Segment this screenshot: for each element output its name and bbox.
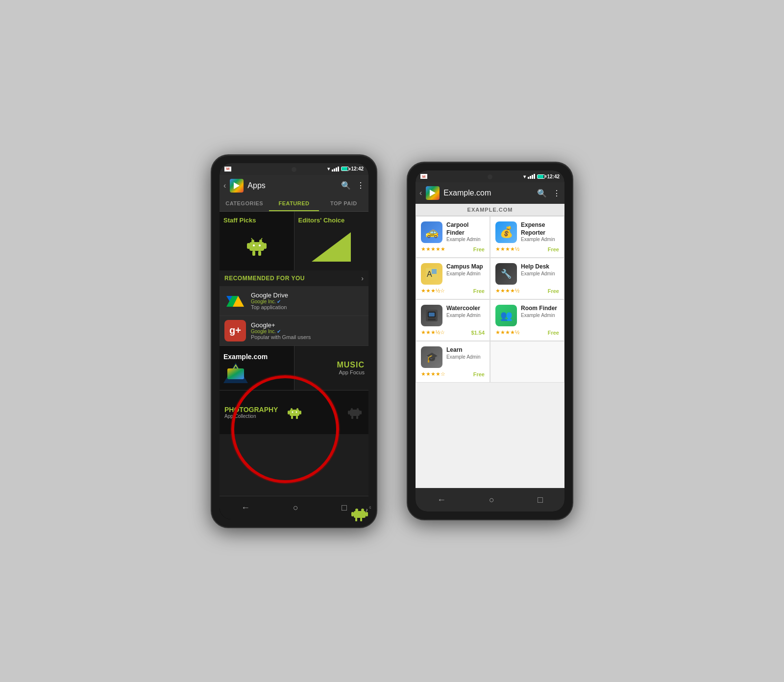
expense-reporter-item[interactable]: 💰 Expense Reporter Example Admin ★★★★½ F… — [490, 216, 564, 258]
learn-dev: Example Admin — [446, 354, 480, 360]
signal-bars-right — [528, 174, 535, 179]
svg-rect-49 — [432, 269, 437, 274]
recents-nav-right[interactable]: □ — [538, 495, 543, 505]
learn-item[interactable]: 🎓 Learn Example Admin ★★★★☆ Free — [416, 341, 490, 383]
wifi-icon: ▾ — [327, 166, 330, 171]
svg-rect-35 — [291, 416, 293, 419]
learn-price: Free — [473, 371, 485, 377]
google-plus-item[interactable]: g+ Google+ Google Inc. ✔ Popular with Gm… — [220, 316, 368, 346]
nav-bar-left: ← ○ □ — [220, 496, 368, 519]
watercooler-icon — [421, 305, 442, 326]
app-grid: 🚕 Carpool Finder Example Admin ★★★★★ Fre… — [416, 216, 564, 383]
learn-stars: ★★★★☆ — [421, 371, 445, 377]
carpool-price: Free — [473, 246, 485, 252]
back-icon-right[interactable]: ‹ — [419, 189, 422, 197]
staff-picks-banner[interactable]: Staff Picks — [220, 212, 294, 270]
room-finder-item[interactable]: 👥 Room Finder Example Admin ★★★★½ Free — [490, 299, 564, 341]
music-tile[interactable]: MUSIC App Focus ♪ ♫ — [294, 346, 369, 390]
expense-stars: ★★★★½ — [495, 246, 519, 252]
gmail-icon: M — [224, 167, 231, 171]
help-desk-item[interactable]: 🔧 Help Desk Example Admin ★★★★½ Free — [490, 258, 564, 299]
right-phone: M ▾ 12:42 ‹ Example.c — [407, 162, 573, 520]
svg-rect-42 — [348, 411, 350, 414]
svg-rect-20 — [227, 368, 244, 379]
empty-grid-cell — [490, 341, 564, 383]
gmail-icon-right: M — [420, 174, 427, 179]
svg-rect-43 — [360, 411, 362, 414]
watercooler-item[interactable]: Watercooler Example Admin ★★★½☆ $1.54 — [416, 299, 490, 341]
example-screen: EXAMPLE.COM 🚕 Carpool Finder Example Adm… — [416, 204, 564, 488]
learn-icon: 🎓 — [421, 346, 442, 368]
recents-nav-left[interactable]: □ — [342, 503, 347, 513]
verified-badge-gplus: ✔ — [277, 329, 281, 334]
tab-featured[interactable]: FEATURED — [269, 196, 318, 211]
room-finder-icon: 👥 — [495, 305, 517, 326]
google-plus-subtitle: Popular with Gmail users — [251, 334, 364, 340]
svg-marker-46 — [430, 190, 436, 196]
recommended-chevron[interactable]: › — [361, 274, 364, 282]
google-plus-info: Google+ Google Inc. ✔ Popular with Gmail… — [251, 321, 364, 340]
play-store-icon-left — [230, 179, 244, 193]
menu-icon-right[interactable]: ⋮ — [553, 189, 561, 198]
google-drive-dev: Google Inc. — [251, 299, 276, 304]
camera — [292, 167, 296, 172]
campus-stars: ★★★½☆ — [421, 288, 445, 294]
helpdesk-stars: ★★★★½ — [495, 288, 519, 294]
example-com-tile[interactable]: Example.com — [220, 346, 294, 390]
tab-top-paid[interactable]: TOP PAID — [319, 196, 368, 211]
staff-picks-title: Staff Picks — [223, 217, 256, 224]
editors-choice-title: Editors' Choice — [298, 217, 345, 224]
expense-reporter-dev: Example Admin — [521, 237, 559, 242]
campus-map-icon: A — [421, 263, 442, 285]
svg-rect-3 — [249, 242, 264, 251]
google-plus-name: Google+ — [251, 321, 364, 329]
learn-name: Learn — [446, 346, 480, 354]
svg-point-37 — [292, 412, 294, 413]
app-title-left: Apps — [247, 181, 337, 190]
photography-tile[interactable]: PHOTOGRAPHY App Collection — [220, 390, 368, 434]
search-icon-right[interactable]: 🔍 — [537, 189, 547, 198]
google-drive-info: Google Drive Google Inc. ✔ Top applicati… — [251, 292, 364, 310]
carpool-finder-icon: 🚕 — [421, 221, 442, 243]
back-nav-right[interactable]: ← — [437, 495, 446, 505]
tab-bar-left: CATEGORIES FEATURED TOP PAID — [220, 196, 368, 212]
promo-row: Example.com — [220, 346, 368, 390]
tab-categories[interactable]: CATEGORIES — [220, 196, 269, 211]
nav-bar-right: ← ○ □ — [416, 488, 564, 512]
campus-map-item[interactable]: A Campus Map Example Admin ★★★½☆ Free — [416, 258, 490, 299]
home-nav-right[interactable]: ○ — [489, 495, 494, 505]
time-display-left: 12:42 — [351, 166, 364, 171]
battery-icon-right — [537, 174, 545, 179]
expense-reporter-name: Expense Reporter — [521, 221, 559, 237]
editors-choice-banner[interactable]: Editors' Choice — [294, 212, 369, 270]
camera-right — [488, 174, 492, 179]
recommended-title: RECOMMENDED FOR YOU — [224, 275, 305, 282]
google-drive-icon — [224, 290, 246, 312]
home-nav-left[interactable]: ○ — [293, 503, 298, 513]
svg-marker-0 — [234, 182, 240, 189]
search-icon-left[interactable]: 🔍 — [341, 181, 351, 190]
svg-rect-45 — [356, 416, 358, 419]
svg-rect-4 — [247, 243, 250, 249]
carpool-finder-item[interactable]: 🚕 Carpool Finder Example Admin ★★★★★ Fre… — [416, 216, 490, 258]
menu-icon-left[interactable]: ⋮ — [357, 181, 365, 190]
room-finder-name: Room Finder — [521, 305, 557, 313]
svg-rect-7 — [258, 251, 261, 256]
recommended-section-header: RECOMMENDED FOR YOU › — [220, 270, 368, 286]
battery-icon — [341, 167, 349, 171]
svg-rect-44 — [351, 416, 353, 419]
app-title-right: Example.com — [443, 189, 533, 197]
campus-price: Free — [473, 288, 485, 294]
back-icon-left[interactable]: ‹ — [223, 181, 226, 190]
campus-map-name: Campus Map — [446, 263, 483, 271]
helpdesk-price: Free — [548, 288, 559, 294]
google-drive-item[interactable]: Google Drive Google Inc. ✔ Top applicati… — [220, 286, 368, 316]
help-desk-icon: 🔧 — [495, 263, 517, 285]
svg-rect-36 — [296, 416, 298, 419]
app-bar-left: ‹ Apps 🔍 ⋮ — [220, 175, 368, 196]
help-desk-dev: Example Admin — [521, 271, 555, 276]
svg-rect-33 — [288, 411, 290, 414]
featured-banners: Staff Picks — [220, 212, 368, 270]
back-nav-left[interactable]: ← — [241, 503, 250, 513]
watercooler-name: Watercooler — [446, 305, 480, 313]
